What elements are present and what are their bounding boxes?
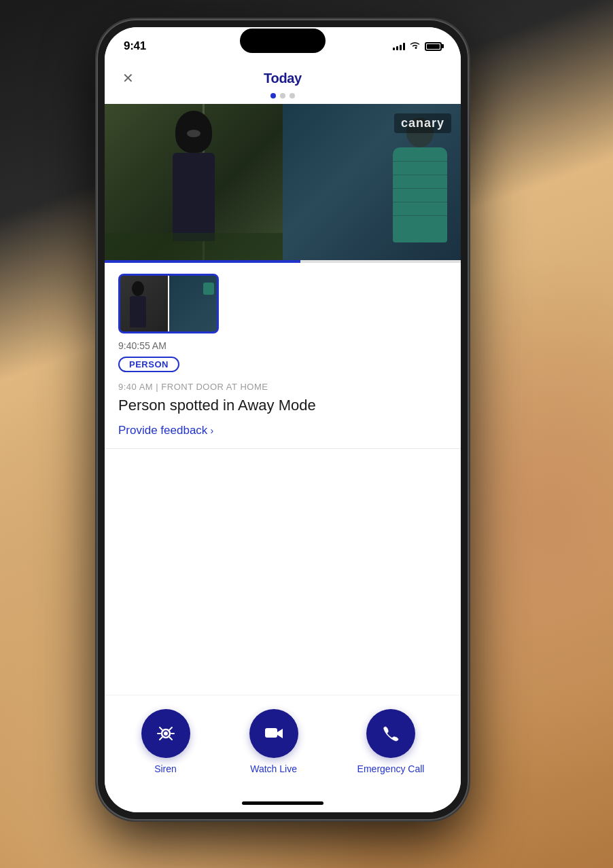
emergency-call-button[interactable] [366, 709, 415, 758]
camera-left-panel [105, 104, 283, 260]
alert-meta: 9:40 AM | FRONT DOOR AT HOME [118, 382, 447, 392]
home-indicator [105, 793, 461, 812]
thumb-burglar-figure [130, 281, 146, 327]
thumbnail-row [118, 274, 447, 333]
phone-frame: 9:41 [97, 19, 469, 820]
camera-view: canary [105, 104, 461, 260]
feedback-link[interactable]: Provide feedback › [118, 424, 447, 437]
content-area: 9:40:55 AM PERSON 9:40 AM | FRONT DOOR A… [105, 263, 461, 695]
detection-badge[interactable]: PERSON [118, 357, 179, 372]
battery-icon [425, 42, 442, 51]
status-time: 9:41 [124, 39, 146, 53]
camera-icon [264, 723, 284, 744]
phone-icon [381, 724, 400, 743]
page-indicators [105, 90, 461, 104]
event-timestamp: 9:40:55 AM [118, 340, 447, 351]
feedback-label: Provide feedback [118, 424, 207, 437]
person-figure [393, 117, 447, 242]
thumb-left [120, 276, 168, 331]
siren-action[interactable]: Siren [141, 709, 190, 774]
svg-rect-2 [265, 728, 277, 738]
home-bar [242, 801, 323, 805]
siren-icon [155, 723, 177, 744]
watch-live-button[interactable] [249, 709, 298, 758]
event-thumbnail[interactable] [118, 274, 219, 333]
progress-fill [105, 260, 300, 263]
burglar-figure-left [173, 111, 215, 241]
header: ✕ Today [105, 65, 461, 90]
status-icons [393, 41, 442, 52]
svg-point-1 [164, 731, 168, 736]
feedback-chevron-icon: › [210, 425, 213, 436]
close-icon: ✕ [122, 71, 134, 85]
watch-live-label: Watch Live [250, 763, 297, 774]
signal-bars-icon [393, 42, 405, 50]
camera-right-panel: canary [283, 104, 461, 260]
siren-label: Siren [154, 763, 177, 774]
dynamic-island [240, 29, 326, 53]
page-title: Today [264, 71, 302, 86]
thumb-right [169, 276, 217, 331]
emergency-call-label: Emergency Call [357, 763, 425, 774]
page-dot-1[interactable] [270, 93, 276, 98]
siren-button[interactable] [141, 709, 190, 758]
emergency-call-action[interactable]: Emergency Call [357, 709, 425, 774]
page-dot-3[interactable] [290, 93, 295, 98]
page-dot-2[interactable] [280, 93, 285, 98]
phone-screen: 9:41 [105, 27, 461, 812]
bottom-actions: Siren Watch Live [105, 695, 461, 793]
phone-device: 9:41 [97, 19, 469, 820]
content-spacer [118, 449, 447, 530]
wifi-icon [409, 41, 421, 52]
canary-logo: canary [394, 113, 451, 133]
alert-message: Person spotted in Away Mode [118, 396, 447, 416]
thumb-person-figure [203, 283, 214, 295]
close-button[interactable]: ✕ [118, 69, 137, 88]
watch-live-action[interactable]: Watch Live [249, 709, 298, 774]
progress-bar [105, 260, 461, 263]
